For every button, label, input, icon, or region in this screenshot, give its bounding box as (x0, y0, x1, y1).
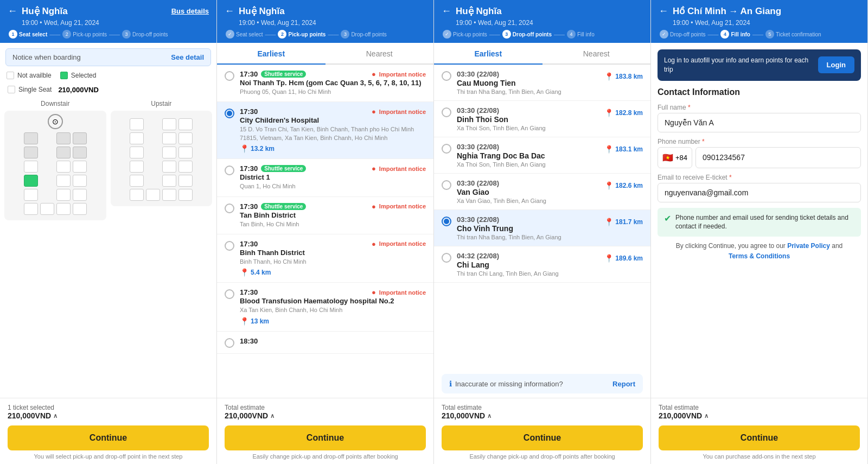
downstair-level: Downstair ⊙ (4, 100, 106, 249)
back-button[interactable]: ← (8, 5, 17, 17)
seat-u2[interactable] (162, 118, 176, 130)
tab-nearest-p2[interactable]: Nearest (326, 43, 434, 63)
report-link[interactable]: Report (612, 380, 635, 388)
seat-d12[interactable] (73, 175, 87, 187)
dropoff-radio-1[interactable] (442, 71, 451, 81)
pickup-item-3[interactable]: 17:30 Shuttle service ● Important notice… (217, 159, 433, 196)
continue-button-p1[interactable]: Continue (8, 425, 209, 450)
upstair-row-3 (114, 147, 209, 158)
continue-button-p3[interactable]: Continue (442, 425, 643, 450)
dropoff-item-6[interactable]: 04:32 (22/08) Chi Lang Thi tran Chi Lang… (434, 246, 650, 283)
seat-u1[interactable] (130, 118, 144, 130)
dropoff-item-5[interactable]: 03:30 (22/08) Cho Vinh Trung Thi tran Nh… (434, 210, 650, 246)
seat-u9[interactable] (178, 147, 193, 158)
seat-u10[interactable] (130, 161, 144, 173)
pickup-item-7[interactable]: 18:30 (217, 332, 433, 354)
pickup-item-6[interactable]: 17:30 ● Important notice Blood Transfusi… (217, 283, 433, 331)
dropoff-sub-4: Xa Van Giao, Tinh Bien, An Giang (457, 198, 599, 204)
seat-u16[interactable] (130, 189, 144, 201)
seat-u18[interactable] (162, 189, 176, 201)
radio-4[interactable] (225, 204, 234, 213)
step3-circle: 3 (122, 30, 131, 39)
seat-u7[interactable] (130, 147, 144, 158)
pickup-item-2[interactable]: 17:30 ● Important notice City Children's… (217, 102, 433, 159)
bus-details-link[interactable]: Bus details (171, 7, 209, 15)
seat-d15[interactable] (73, 189, 87, 201)
dropoff-radio-3[interactable] (442, 144, 451, 154)
footer-note-p2: Easily change pick-up and drop-off point… (225, 453, 426, 460)
seat-u19[interactable] (178, 189, 193, 201)
seat-u17[interactable] (146, 189, 160, 201)
continue-button-p4[interactable]: Continue (659, 425, 860, 450)
seat-u3[interactable] (178, 118, 193, 130)
tab-earliest-p3[interactable]: Earliest (434, 43, 542, 63)
seat-u4[interactable] (130, 132, 144, 144)
seat-d14[interactable] (56, 189, 71, 201)
privacy-link[interactable]: Private Policy (787, 242, 830, 250)
back-button-p3[interactable]: ← (442, 5, 451, 17)
seat-d7[interactable] (24, 161, 38, 173)
dropoff-item-1[interactable]: 03:30 (22/08) Cau Muong Tien Thi tran Nh… (434, 65, 650, 101)
panel1-header: ← Huệ Nghĩa Bus details 19:00 • Wed, Aug… (0, 0, 216, 43)
terms-link[interactable]: Terms & Conditions (729, 252, 790, 260)
dropoff-radio-6[interactable] (442, 253, 451, 263)
back-button-p2[interactable]: ← (225, 5, 234, 17)
seat-d4[interactable] (24, 147, 38, 158)
radio-7[interactable] (225, 338, 234, 348)
seat-u12[interactable] (178, 161, 193, 173)
radio-1[interactable] (225, 71, 234, 81)
dropoff-item-2[interactable]: 03:30 (22/08) Dinh Thoi Son Xa Thoi Son,… (434, 101, 650, 137)
steering-wheel: ⊙ (48, 114, 63, 129)
radio-2[interactable] (225, 109, 234, 118)
dropoff-item-3[interactable]: 03:30 (22/08) Nghia Trang Doc Ba Dac Xa … (434, 137, 650, 174)
country-code[interactable]: 🇻🇳 +84 (658, 147, 692, 168)
seat-d19[interactable] (73, 203, 87, 215)
seat-d5[interactable] (56, 147, 71, 158)
seat-d10-selected[interactable] (24, 175, 38, 187)
radio-5[interactable] (225, 241, 234, 251)
seat-u11[interactable] (162, 161, 176, 173)
seat-d18[interactable] (56, 203, 71, 215)
seat-d8[interactable] (56, 161, 71, 173)
seat-d17[interactable] (40, 203, 54, 215)
tab-earliest-p2[interactable]: Earliest (217, 43, 326, 63)
seat-u14[interactable] (162, 175, 176, 187)
radio-3[interactable] (225, 166, 234, 175)
dropoff-dist-6: 📍189.6 km (604, 254, 643, 263)
single-seat-info: Single Seat 210,000VND (0, 84, 216, 98)
seat-d13[interactable] (24, 189, 38, 201)
seat-u8[interactable] (162, 147, 176, 158)
seat-d3[interactable] (73, 132, 87, 144)
seat-d2[interactable] (56, 132, 71, 144)
panel3-steps: ✓ Pick-up points —— 3 Drop-off points ——… (443, 30, 643, 39)
see-detail-link[interactable]: See detail (171, 53, 204, 61)
radio-6[interactable] (225, 289, 234, 299)
seat-d11[interactable] (56, 175, 71, 187)
seat-u13[interactable] (130, 175, 144, 187)
dropoff-radio-4[interactable] (442, 180, 451, 190)
phone-input[interactable] (695, 147, 861, 168)
seat-u6[interactable] (178, 132, 193, 144)
panel1-footer: 1 ticket selected 210,000VND ∧ Continue … (0, 398, 216, 464)
pickup-item-5[interactable]: 17:30 ● Important notice Binh Thanh Dist… (217, 234, 433, 283)
seat-u15[interactable] (178, 175, 193, 187)
back-button-p4[interactable]: ← (659, 5, 668, 17)
seat-d6[interactable] (73, 147, 87, 158)
panel4-subtitle: 19:00 • Wed, Aug 21, 2024 (673, 19, 860, 27)
continue-button-p2[interactable]: Continue (225, 425, 426, 450)
tab-nearest-p3[interactable]: Nearest (542, 43, 651, 63)
dropoff-radio-2[interactable] (442, 107, 451, 117)
seat-u5[interactable] (162, 132, 176, 144)
full-name-input[interactable] (658, 113, 861, 132)
email-input[interactable] (658, 183, 861, 202)
seat-d9[interactable] (73, 161, 87, 173)
dropoff-radio-5[interactable] (442, 217, 451, 226)
pickup-item-4[interactable]: 17:30 Shuttle service ● Important notice… (217, 197, 433, 234)
p4-step3-label: Ticket confirmation (776, 31, 821, 37)
login-button[interactable]: Login (818, 56, 854, 73)
dropoff-item-4[interactable]: 03:30 (22/08) Van Giao Xa Van Giao, Tinh… (434, 174, 650, 210)
seat-d16[interactable] (24, 203, 38, 215)
seat-d1[interactable] (24, 132, 38, 144)
not-available-label: Not availble (17, 72, 52, 79)
pickup-item-1[interactable]: 17:30 Shuttle service ● Important notice… (217, 65, 433, 102)
